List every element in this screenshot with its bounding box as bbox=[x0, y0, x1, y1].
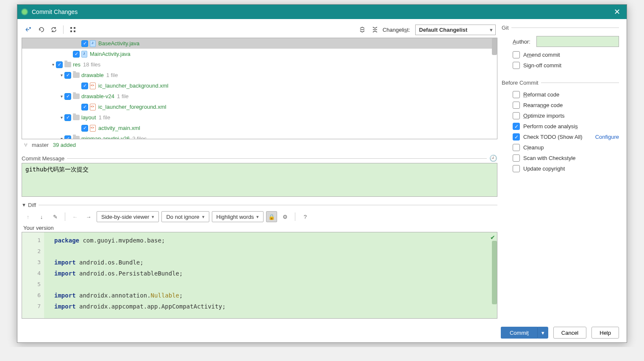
lock-icon[interactable]: 🔒 bbox=[266, 211, 277, 222]
commit-message-input[interactable] bbox=[22, 163, 497, 197]
before-commit-options: Reformat codeRearrange codeOptimize impo… bbox=[502, 91, 619, 176]
chevron-down-icon bbox=[75, 104, 81, 110]
tree-item-name: res bbox=[73, 61, 80, 68]
chevron-down-icon[interactable]: ▾ bbox=[50, 62, 56, 68]
next-diff-icon[interactable]: ↓ bbox=[36, 211, 47, 222]
option-checkbox[interactable] bbox=[513, 91, 520, 98]
xml-file-icon bbox=[90, 104, 96, 110]
changelist-dropdown[interactable]: Default Changelist bbox=[415, 25, 496, 35]
tree-item-name: BaseActivity.java bbox=[98, 40, 139, 47]
option-checkbox[interactable] bbox=[513, 112, 520, 119]
ignore-dropdown[interactable]: Do not ignore bbox=[161, 211, 209, 222]
tree-row[interactable]: ✓activity_main.xml bbox=[22, 123, 497, 133]
author-input[interactable] bbox=[536, 36, 619, 47]
chevron-down-icon[interactable]: ▾ bbox=[58, 115, 64, 121]
titlebar: Commit Changes ✕ bbox=[17, 5, 627, 19]
group-by-icon[interactable] bbox=[68, 25, 78, 35]
right-column: Git Author: Amend commit Sign-off commit… bbox=[502, 23, 622, 319]
java-file-icon bbox=[81, 51, 87, 58]
scrollbar-thumb[interactable] bbox=[492, 241, 497, 304]
tree-row[interactable]: ✓BaseActivity.java bbox=[22, 38, 497, 49]
file-tree[interactable]: ✓BaseActivity.java✓MainActivity.java▾✓re… bbox=[22, 38, 497, 139]
diff-label: Diff bbox=[28, 202, 39, 208]
edit-icon[interactable]: ✎ bbox=[50, 211, 61, 222]
file-checkbox[interactable]: ✓ bbox=[64, 72, 71, 79]
file-checkbox[interactable]: ✓ bbox=[56, 61, 63, 68]
file-checkbox[interactable]: ✓ bbox=[81, 40, 88, 47]
cancel-button[interactable]: Cancel bbox=[553, 327, 586, 339]
option-row: Perform code analysis bbox=[502, 123, 619, 130]
file-checkbox[interactable]: ✓ bbox=[81, 83, 88, 89]
before-commit-header: Before Commit bbox=[502, 78, 619, 87]
option-checkbox[interactable] bbox=[513, 144, 520, 151]
tree-row[interactable]: ✓ic_launcher_foreground.xml bbox=[22, 102, 497, 112]
tree-row[interactable]: ▾✓layout1 file bbox=[22, 112, 497, 123]
tree-row[interactable]: ✓ic_launcher_background.xml bbox=[22, 80, 497, 91]
collapse-all-icon[interactable] bbox=[370, 25, 380, 35]
chevron-down-icon[interactable]: ▾ bbox=[58, 72, 64, 78]
scrollbar-thumb[interactable] bbox=[492, 38, 497, 55]
divider bbox=[39, 205, 497, 205]
commit-button[interactable]: Commit bbox=[501, 327, 538, 339]
added-count: 39 added bbox=[53, 142, 76, 148]
file-checkbox[interactable]: ✓ bbox=[73, 51, 80, 58]
option-checkbox[interactable] bbox=[513, 133, 520, 141]
chevron-down-icon bbox=[75, 41, 81, 47]
option-label: Perform code analysis bbox=[523, 123, 619, 130]
file-checkbox[interactable]: ✓ bbox=[81, 104, 88, 110]
author-label: Author: bbox=[513, 39, 536, 45]
tree-row[interactable]: ▾✓drawable1 file bbox=[22, 70, 497, 80]
xml-file-icon bbox=[90, 125, 96, 132]
help-button[interactable]: Help bbox=[591, 327, 619, 339]
jump-to-source-icon[interactable] bbox=[23, 25, 33, 35]
amend-checkbox[interactable] bbox=[513, 51, 520, 58]
commit-message-header: Commit Message 🕘 bbox=[22, 154, 497, 163]
tree-item-name: ic_launcher_background.xml bbox=[98, 83, 168, 89]
chevron-down-icon[interactable]: ▾ bbox=[58, 94, 64, 99]
viewer-mode-dropdown[interactable]: Side-by-side viewer bbox=[97, 211, 159, 222]
svg-rect-1 bbox=[70, 27, 72, 29]
option-label: Scan with Checkstyle bbox=[523, 155, 619, 161]
option-label: Update copyright bbox=[523, 165, 619, 172]
chevron-down-icon bbox=[75, 83, 81, 89]
option-checkbox[interactable] bbox=[513, 102, 520, 109]
file-checkbox[interactable]: ✓ bbox=[64, 135, 71, 140]
highlight-dropdown[interactable]: Highlight words bbox=[212, 211, 264, 222]
file-checkbox[interactable]: ✓ bbox=[64, 114, 71, 121]
option-checkbox[interactable] bbox=[513, 123, 520, 130]
tree-item-name: ic_launcher_foreground.xml bbox=[98, 104, 166, 110]
code-panel[interactable]: 1234567 package com.guoyi.mvpdemo.base; … bbox=[22, 232, 497, 319]
folder-icon bbox=[73, 115, 80, 120]
file-checkbox[interactable]: ✓ bbox=[81, 125, 88, 132]
file-count: 2 files bbox=[132, 135, 147, 139]
chevron-down-icon[interactable]: ▾ bbox=[58, 136, 64, 140]
file-checkbox[interactable]: ✓ bbox=[64, 93, 71, 100]
next-file-icon[interactable]: → bbox=[83, 211, 94, 222]
option-label: Optimize imports bbox=[523, 113, 619, 119]
rollback-icon[interactable] bbox=[36, 25, 46, 35]
toolbar: Changelist: Default Changelist bbox=[22, 23, 497, 36]
help-icon[interactable]: ? bbox=[300, 211, 311, 222]
tree-item-name: drawable-v24 bbox=[81, 93, 114, 99]
svg-rect-3 bbox=[70, 30, 72, 32]
refresh-icon[interactable] bbox=[49, 25, 59, 35]
option-row: Check TODO (Show All)Configure bbox=[502, 133, 619, 141]
commit-dropdown-button[interactable]: ▾ bbox=[538, 327, 548, 339]
prev-diff-icon: ↑ bbox=[22, 211, 33, 222]
expand-all-icon[interactable] bbox=[357, 25, 367, 35]
configure-link[interactable]: Configure bbox=[595, 134, 619, 140]
tree-row[interactable]: ▾✓drawable-v241 file bbox=[22, 91, 497, 102]
signoff-checkbox[interactable] bbox=[513, 62, 520, 69]
option-checkbox[interactable] bbox=[513, 165, 520, 172]
tree-row[interactable]: ▾✓mipmap-anydpi-v262 files bbox=[22, 133, 497, 139]
close-button[interactable]: ✕ bbox=[611, 6, 623, 18]
tree-row[interactable]: ✓MainActivity.java bbox=[22, 49, 497, 59]
diff-header[interactable]: ▼ Diff bbox=[22, 200, 497, 209]
option-checkbox[interactable] bbox=[513, 154, 520, 162]
settings-gear-icon[interactable]: ⚙ bbox=[280, 211, 291, 222]
tree-row[interactable]: ▾✓res18 files bbox=[22, 59, 497, 70]
code-body[interactable]: package com.guoyi.mvpdemo.base; import a… bbox=[44, 232, 490, 318]
history-icon[interactable]: 🕘 bbox=[489, 154, 497, 162]
diff-toolbar: ↑ ↓ ✎ ← → Side-by-side viewer Do not ign… bbox=[22, 209, 497, 224]
folder-icon bbox=[64, 62, 71, 67]
